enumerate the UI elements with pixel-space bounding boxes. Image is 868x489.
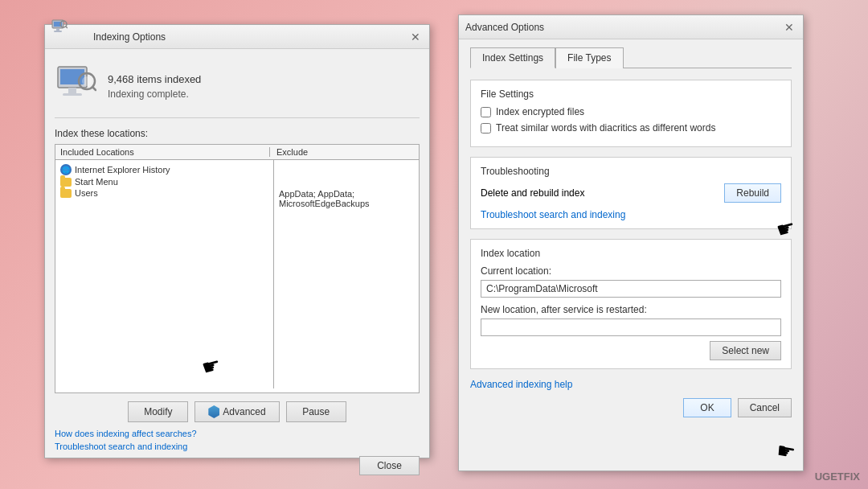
svg-rect-2 xyxy=(56,28,59,31)
diacritics-checkbox[interactable] xyxy=(481,123,491,134)
svg-point-11 xyxy=(82,76,92,86)
location-name-ie: Internet Explorer History xyxy=(75,165,170,175)
location-name-users: Users xyxy=(75,188,98,198)
cancel-button[interactable]: Cancel xyxy=(738,398,792,417)
location-name-startmenu: Start Menu xyxy=(75,177,118,187)
watermark: UGETFIX xyxy=(815,471,860,483)
diacritics-label: Treat similar words with diacritics as d… xyxy=(496,122,715,134)
troubleshoot-row: Delete and rebuild index Rebuild xyxy=(481,183,781,203)
troubleshoot-indexing-link[interactable]: Troubleshoot search and indexing xyxy=(55,442,420,451)
included-locations-col: 🌐 Internet Explorer History Start Menu U… xyxy=(55,160,274,388)
included-locations-header: Included Locations xyxy=(60,147,269,157)
tab-file-types[interactable]: File Types xyxy=(555,47,623,68)
exclude-col: AppData; AppData; MicrosoftEdgeBackups xyxy=(274,160,419,388)
list-item[interactable]: 🌐 Internet Explorer History xyxy=(59,163,270,176)
tabs-row: Index Settings File Types xyxy=(470,47,792,68)
items-indexed-count: 9,468 items indexed xyxy=(108,73,201,85)
svg-line-5 xyxy=(66,27,68,28)
advanced-window-title: Advanced Options xyxy=(465,22,544,33)
svg-line-12 xyxy=(92,87,96,90)
list-item[interactable]: Start Menu xyxy=(59,176,270,187)
svg-rect-9 xyxy=(63,93,82,96)
new-location-label: New location, after service is restarted… xyxy=(481,304,781,315)
pause-button[interactable]: Pause xyxy=(286,401,346,422)
index-location-section: Index location Current location: New loc… xyxy=(470,239,792,369)
indexing-close-x-button[interactable]: ✕ xyxy=(408,30,423,44)
indexing-computer-icon xyxy=(55,65,96,108)
folder-icon-users xyxy=(60,189,72,198)
index-location-title: Index location xyxy=(481,248,781,259)
cursor-hand-cancel: ☛ xyxy=(774,438,796,466)
exclude-value-users: AppData; AppData; MicrosoftEdgeBackups xyxy=(279,189,414,208)
tab-index-settings[interactable]: Index Settings xyxy=(470,47,555,68)
advanced-footer: OK Cancel xyxy=(470,398,792,417)
indexing-header: 9,468 items indexed Indexing complete. xyxy=(55,59,420,118)
current-location-label: Current location: xyxy=(481,265,781,277)
close-button[interactable]: Close xyxy=(359,456,420,475)
checkbox-row-diacritics: Treat similar words with diacritics as d… xyxy=(481,122,781,134)
advanced-options-window: Advanced Options ✕ Index Settings File T… xyxy=(458,14,804,471)
advanced-button[interactable]: Advanced xyxy=(194,401,279,422)
how-does-indexing-link[interactable]: How does indexing affect searches? xyxy=(55,429,420,438)
shield-icon xyxy=(208,405,219,418)
select-new-button[interactable]: Select new xyxy=(710,341,781,360)
svg-rect-3 xyxy=(54,31,62,32)
folder-icon-startmenu xyxy=(60,178,72,187)
indexing-window-icon xyxy=(51,18,88,55)
list-item[interactable]: Users xyxy=(59,187,270,199)
advanced-content: Index Settings File Types File Settings … xyxy=(459,39,803,425)
close-button-area: Close xyxy=(55,456,420,475)
new-location-input[interactable] xyxy=(481,318,781,336)
indexing-buttons-row: Modify Advanced Pause xyxy=(55,401,420,422)
exclude-header: Exclude xyxy=(269,147,414,157)
index-encrypted-checkbox[interactable] xyxy=(481,107,491,117)
locations-label: Index these locations: xyxy=(55,128,420,139)
svg-rect-8 xyxy=(68,88,76,93)
current-location-input[interactable] xyxy=(481,280,781,298)
indexing-links: How does indexing affect searches? Troub… xyxy=(55,429,420,451)
troubleshooting-section: Troubleshooting Delete and rebuild index… xyxy=(470,157,792,229)
locations-header: Included Locations Exclude xyxy=(55,145,419,160)
locations-body: 🌐 Internet Explorer History Start Menu U… xyxy=(55,160,419,388)
indexing-status: Indexing complete. xyxy=(108,88,201,100)
file-settings-title: File Settings xyxy=(481,88,781,100)
troubleshooting-title: Troubleshooting xyxy=(481,166,781,177)
advanced-titlebar: Advanced Options ✕ xyxy=(459,15,803,39)
indexing-options-window: Indexing Options ✕ 9,468 items indexed I… xyxy=(44,24,430,458)
troubleshoot-search-link[interactable]: Troubleshoot search and indexing xyxy=(481,209,625,220)
modify-button[interactable]: Modify xyxy=(128,401,188,422)
locations-table: Included Locations Exclude 🌐 Internet Ex… xyxy=(55,144,420,393)
file-settings-section: File Settings Index encrypted files Trea… xyxy=(470,80,792,147)
indexing-window-title: Indexing Options xyxy=(93,31,166,43)
advanced-indexing-help-link[interactable]: Advanced indexing help xyxy=(470,379,792,390)
rebuild-button[interactable]: Rebuild xyxy=(724,183,781,203)
delete-rebuild-label: Delete and rebuild index xyxy=(481,187,584,199)
indexing-titlebar: Indexing Options ✕ xyxy=(45,25,429,49)
globe-icon: 🌐 xyxy=(60,164,72,175)
checkbox-row-encrypted: Index encrypted files xyxy=(481,106,781,117)
advanced-close-x-button[interactable]: ✕ xyxy=(782,20,796,35)
encrypted-label: Index encrypted files xyxy=(496,106,584,117)
ok-button[interactable]: OK xyxy=(683,398,731,417)
